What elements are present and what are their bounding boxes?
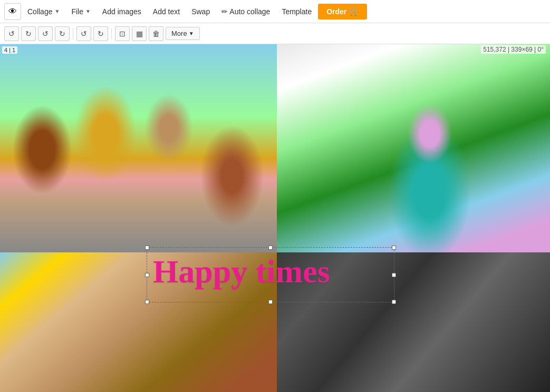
add-images-button[interactable]: Add images <box>97 4 147 19</box>
crop-icon: ⊡ <box>119 30 126 38</box>
add-images-label: Add images <box>102 7 141 16</box>
canvas-area[interactable]: 515,372 | 339×69 | 0° 4 | 1 <box>0 44 550 392</box>
file-caret-icon: ▼ <box>85 8 91 14</box>
cart-icon: 🛒 <box>350 7 359 16</box>
undo-icon: ↺ <box>81 30 87 38</box>
photo-2-content <box>277 44 550 252</box>
photo-cell-2[interactable] <box>277 44 550 252</box>
top-menubar: 👁 Collage ▼ File ▼ Add images Add text S… <box>0 0 550 23</box>
flip-v-icon: ↻ <box>59 30 65 38</box>
order-button[interactable]: Order 🛒 <box>318 4 367 19</box>
rotate-left-button[interactable]: ↺ <box>4 26 19 41</box>
more-caret-icon: ▼ <box>189 31 194 36</box>
toolbar-separator-1 <box>73 28 73 39</box>
add-text-button[interactable]: Add text <box>148 4 185 19</box>
photo-grid: 4 | 1 <box>0 44 550 392</box>
eye-icon: 👁 <box>8 7 17 16</box>
frame-icon: ▦ <box>136 30 143 38</box>
order-label: Order <box>326 7 346 16</box>
flip-h-button[interactable]: ↺ <box>38 26 53 41</box>
crop-button[interactable]: ⊡ <box>115 26 130 41</box>
collage-label: Collage <box>27 7 52 16</box>
redo-button[interactable]: ↻ <box>93 26 108 41</box>
rotate-right-icon: ↻ <box>25 30 32 38</box>
photo-1-content <box>0 44 277 252</box>
coord-text: 515,372 | 339×69 | 0° <box>483 46 544 53</box>
swap-button[interactable]: Swap <box>186 4 215 19</box>
toolbar-separator-2 <box>111 28 112 39</box>
add-text-label: Add text <box>153 7 180 16</box>
flip-h-icon: ↺ <box>42 30 49 38</box>
template-button[interactable]: Template <box>276 4 317 19</box>
rotate-right-button[interactable]: ↻ <box>21 26 36 41</box>
delete-button[interactable]: 🗑 <box>149 26 163 41</box>
swap-label: Swap <box>191 7 210 16</box>
auto-collage-label: ✏ Auto collage <box>221 7 270 16</box>
file-menu-button[interactable]: File ▼ <box>66 4 95 19</box>
more-menu-button[interactable]: More ▼ <box>166 27 200 40</box>
frame-button[interactable]: ▦ <box>132 26 147 41</box>
happy-times-text[interactable]: Happy times <box>153 253 330 289</box>
photo-cell-1[interactable]: 4 | 1 <box>0 44 277 252</box>
more-label: More <box>171 30 187 37</box>
visibility-toggle-button[interactable]: 👁 <box>4 3 21 20</box>
second-toolbar: ↺ ↻ ↺ ↻ ↺ ↻ ⊡ ▦ 🗑 More ▼ <box>0 23 550 44</box>
flip-v-button[interactable]: ↻ <box>55 26 70 41</box>
rotate-left-icon: ↺ <box>8 30 15 38</box>
undo-button[interactable]: ↺ <box>76 26 91 41</box>
template-label: Template <box>282 7 312 16</box>
trash-icon: 🗑 <box>152 30 160 38</box>
coord-info: 515,372 | 339×69 | 0° <box>481 45 546 54</box>
text-overlay[interactable]: Happy times <box>153 255 330 288</box>
file-label: File <box>71 7 83 16</box>
collage-caret-icon: ▼ <box>54 8 60 14</box>
redo-icon: ↻ <box>98 30 104 38</box>
cell-label: 4 | 1 <box>2 46 17 54</box>
collage-menu-button[interactable]: Collage ▼ <box>22 4 65 19</box>
auto-collage-button[interactable]: ✏ Auto collage <box>216 4 275 19</box>
